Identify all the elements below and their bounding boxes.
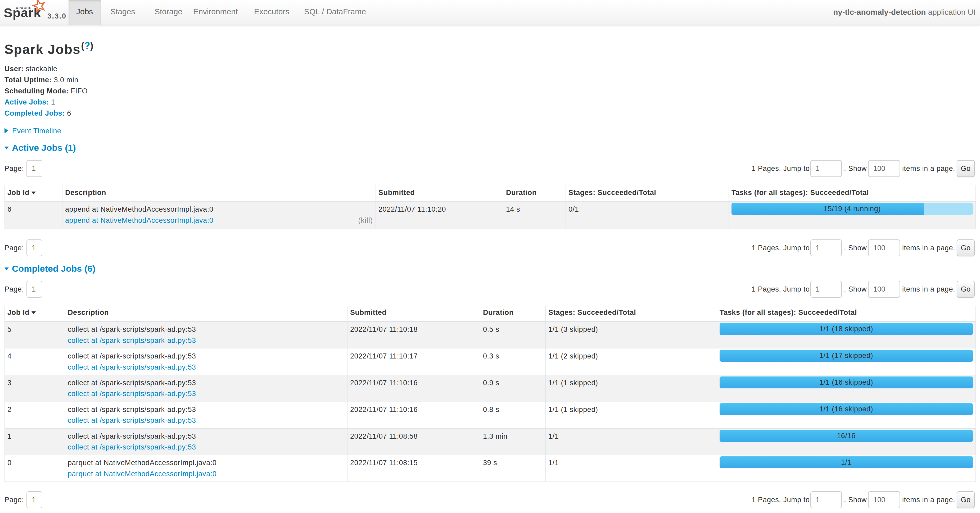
- svg-text:Spark: Spark: [4, 6, 41, 20]
